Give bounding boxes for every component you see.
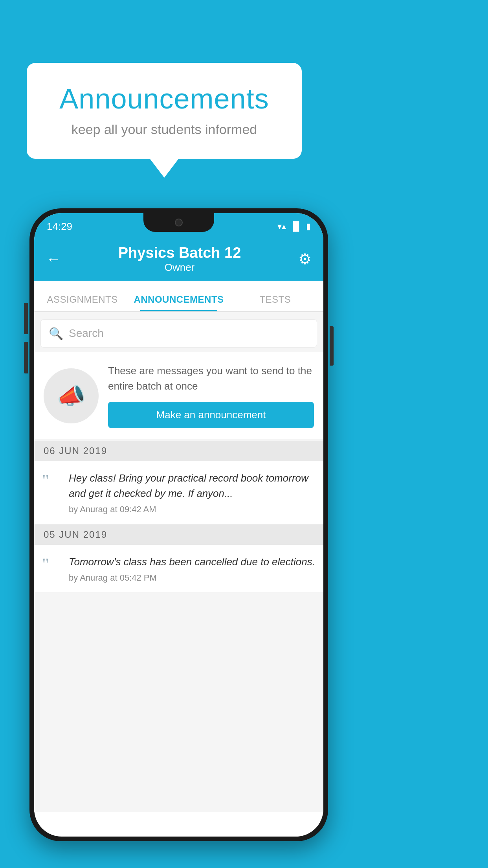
notch — [143, 213, 214, 232]
status-time: 14:29 — [47, 221, 72, 233]
make-announcement-button[interactable]: Make an announcement — [108, 402, 314, 428]
speech-bubble-container: Announcements keep all your students inf… — [27, 63, 302, 159]
volume-down-button — [24, 342, 28, 373]
tab-announcements[interactable]: ANNOUNCEMENTS — [130, 294, 227, 311]
date-separator-2: 05 JUN 2019 — [34, 524, 323, 545]
phone-screen: 14:29 ▾▴ ▐▌ ▮ ← Physics Batch 12 Owner ⚙… — [34, 213, 323, 837]
app-bar-subtitle: Owner — [118, 261, 241, 274]
status-icons: ▾▴ ▐▌ ▮ — [277, 221, 311, 232]
announcement-by-2: by Anurag at 05:42 PM — [69, 573, 315, 583]
announce-description: These are messages you want to send to t… — [108, 363, 314, 394]
phone: 14:29 ▾▴ ▐▌ ▮ ← Physics Batch 12 Owner ⚙… — [29, 208, 328, 841]
bubble-subtitle: keep all your students informed — [50, 122, 278, 137]
back-button[interactable]: ← — [46, 251, 61, 268]
announce-prompt-right: These are messages you want to send to t… — [108, 363, 314, 428]
announcement-content-2: Tomorrow's class has been cancelled due … — [69, 554, 315, 583]
search-placeholder: Search — [69, 327, 104, 340]
app-bar-title: Physics Batch 12 — [118, 245, 241, 261]
announcement-item-2[interactable]: " Tomorrow's class has been cancelled du… — [34, 545, 323, 593]
megaphone-circle: 📣 — [44, 368, 99, 423]
search-icon: 🔍 — [49, 327, 63, 340]
battery-icon: ▮ — [306, 221, 311, 232]
settings-icon[interactable]: ⚙ — [298, 250, 312, 268]
announcement-by-1: by Anurag at 09:42 AM — [69, 504, 316, 515]
date-separator-1: 06 JUN 2019 — [34, 441, 323, 461]
megaphone-icon: 📣 — [57, 383, 85, 409]
tab-tests[interactable]: TESTS — [227, 294, 323, 311]
power-button — [330, 326, 334, 366]
app-bar: ← Physics Batch 12 Owner ⚙ — [34, 237, 323, 281]
quote-icon-1: " — [42, 472, 62, 489]
announcement-content-1: Hey class! Bring your practical record b… — [69, 471, 316, 515]
quote-icon-2: " — [42, 556, 62, 573]
search-bar[interactable]: 🔍 Search — [40, 319, 317, 348]
wifi-icon: ▾▴ — [277, 221, 286, 232]
camera — [175, 219, 183, 226]
announcement-item-1[interactable]: " Hey class! Bring your practical record… — [34, 461, 323, 524]
bubble-title: Announcements — [50, 83, 278, 115]
announcement-text-1: Hey class! Bring your practical record b… — [69, 471, 316, 501]
app-bar-center: Physics Batch 12 Owner — [118, 245, 241, 274]
volume-up-button — [24, 303, 28, 334]
announcement-prompt-card: 📣 These are messages you want to send to… — [34, 352, 323, 439]
content-area: 🔍 Search 📣 These are messages you want t… — [34, 312, 323, 812]
signal-icon: ▐▌ — [290, 221, 302, 232]
announcement-text-2: Tomorrow's class has been cancelled due … — [69, 554, 315, 570]
speech-bubble: Announcements keep all your students inf… — [27, 63, 302, 159]
tabs: ASSIGNMENTS ANNOUNCEMENTS TESTS — [34, 281, 323, 312]
tab-assignments[interactable]: ASSIGNMENTS — [34, 294, 130, 311]
